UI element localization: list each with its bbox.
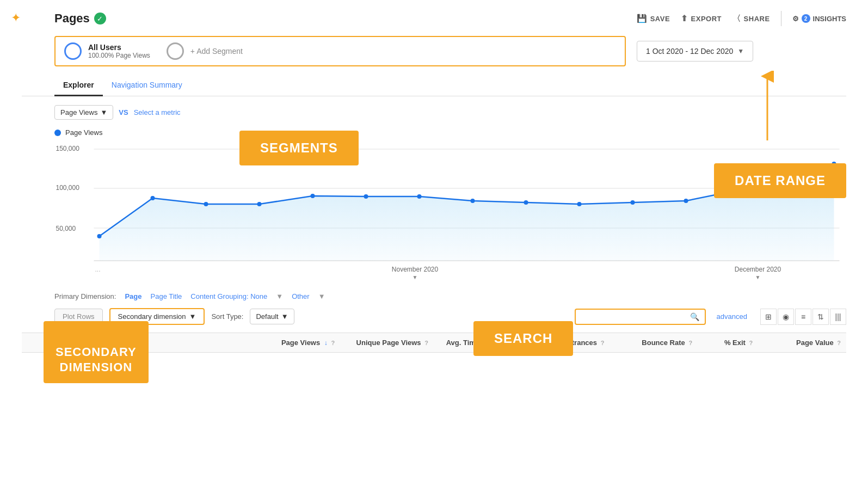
svg-point-8 [97,234,102,238]
segment-text: All Users 100.00% Page Views [88,43,150,59]
legend-dot-icon [54,130,61,136]
header-divider [781,11,781,26]
metric-select[interactable]: Page Views ▼ [54,105,113,120]
ga-logo-icon: ✦ [11,11,21,25]
export-button[interactable]: ⬆ EXPORT [681,14,722,23]
svg-point-15 [471,199,475,203]
add-segment-button[interactable]: + Add Segment [167,42,243,60]
grid-view-icon[interactable]: ⊞ [760,309,777,325]
chart-legend: Page Views [54,128,846,137]
th-page-value: Page Value ? [758,339,846,347]
svg-text:▼: ▼ [755,274,761,280]
select-metric-link[interactable]: Select a metric [134,108,181,116]
segment-date-row: All Users 100.00% Page Views + Add Segme… [22,36,846,66]
dim-page-title-link[interactable]: Page Title [151,292,182,300]
chart-area: Page Views 150,000 100,000 50,000 [22,128,846,282]
save-icon: 💾 [637,14,648,23]
page-title: Pages [54,11,90,26]
th-unique-pageviews: Unique Page Views ? [346,339,434,347]
bounce-help-icon: ? [688,340,692,346]
insights-icon: ⚙ [792,15,799,23]
share-icon: 〈 [732,14,741,24]
tabs-row: Explorer Navigation Summary [22,76,846,96]
svg-point-10 [204,202,208,206]
metric-dropdown-icon: ▼ [100,108,107,116]
svg-point-11 [257,202,262,206]
title-area: Pages ✓ [54,11,106,26]
verified-icon: ✓ [94,13,106,24]
bar-view-icon[interactable]: ||| [830,309,846,325]
page-header: Pages ✓ 💾 SAVE ⬆ EXPORT 〈 SHARE ⚙ 2 INSI… [22,11,846,26]
list-view-icon[interactable]: ≡ [795,309,811,325]
svg-point-18 [631,200,635,205]
svg-text:▼: ▼ [413,274,418,280]
tab-explorer[interactable]: Explorer [54,76,103,96]
entrances-help-icon: ? [601,340,605,346]
search-icon[interactable]: 🔍 [690,312,699,321]
all-users-segment[interactable]: All Users 100.00% Page Views [64,42,150,60]
th-exit: % Exit ? [698,339,758,347]
advanced-link[interactable]: advanced [717,312,747,321]
svg-point-19 [684,199,688,203]
header-actions: 💾 SAVE ⬆ EXPORT 〈 SHARE ⚙ 2 INSIGHTS [637,11,846,26]
dim-other-link[interactable]: Other [292,292,310,300]
insights-button[interactable]: ⚙ 2 INSIGHTS [792,14,846,23]
pageviews-help-icon: ? [331,340,335,346]
insights-badge: 2 [802,14,810,23]
svg-text:100,000: 100,000 [56,184,80,192]
chart-svg: 150,000 100,000 50,000 [54,141,846,282]
metric-row: Page Views ▼ VS Select a metric [22,105,846,120]
search-overlay-label: SEARCH [473,321,573,356]
svg-text:November 2020: November 2020 [392,266,439,273]
unique-help-icon: ? [424,340,428,346]
svg-text:December 2020: December 2020 [735,266,781,273]
date-range-arrow [746,71,789,142]
sort-dropdown-icon: ▼ [281,312,288,321]
svg-point-12 [311,194,315,198]
pie-view-icon[interactable]: ◉ [778,309,794,325]
save-button[interactable]: 💾 SAVE [637,14,670,23]
sort-type-select[interactable]: Default ▼ [250,309,294,324]
svg-text:...: ... [95,266,101,273]
pageviews-sort-icon: ↓ [324,339,328,347]
add-segment-circle-icon [167,42,184,60]
date-dropdown-icon: ▼ [737,47,744,55]
svg-point-16 [524,200,528,205]
exit-help-icon: ? [749,340,753,346]
view-icons: ⊞ ◉ ≡ ⇅ ||| [760,309,846,325]
segment-circle-icon [64,42,82,60]
chart-svg-container: 150,000 100,000 50,000 [54,141,846,282]
svg-point-13 [364,194,368,199]
svg-text:150,000: 150,000 [56,145,80,152]
segments-overlay-label: SEGMENTS [239,131,359,165]
th-pageviews: Page Views ↓ ? [252,339,346,347]
tab-navigation-summary[interactable]: Navigation Summary [103,76,191,96]
share-button[interactable]: 〈 SHARE [732,14,770,24]
secondary-dimension-overlay-label: SECONDARY DIMENSION [44,321,149,383]
date-range-overlay-label: DATE RANGE [714,163,846,198]
svg-point-14 [417,194,422,199]
sort-view-icon[interactable]: ⇅ [812,309,829,325]
svg-point-9 [151,196,155,200]
primary-dimension-row: Primary Dimension: Page Page Title Conte… [22,292,846,300]
search-input[interactable] [581,312,690,321]
dim-page-link[interactable]: Page [125,292,141,300]
svg-point-17 [577,202,582,206]
secondary-dim-dropdown-icon: ▼ [189,312,196,321]
pagevalue-help-icon: ? [837,340,841,346]
svg-text:50,000: 50,000 [56,225,76,232]
segment-box: All Users 100.00% Page Views + Add Segme… [54,36,626,66]
dim-content-grouping-link[interactable]: Content Grouping: None [190,292,267,300]
search-box[interactable]: 🔍 [575,309,706,325]
date-range-button[interactable]: 1 Oct 2020 - 12 Dec 2020 ▼ [637,41,753,62]
th-bounce-rate: Bounce Rate ? [610,339,698,347]
export-icon: ⬆ [681,14,688,23]
